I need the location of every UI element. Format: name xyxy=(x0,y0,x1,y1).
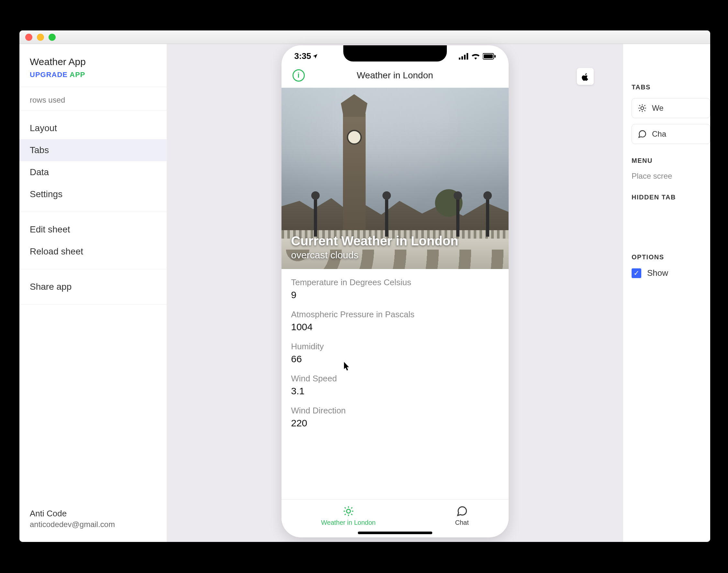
window-minimize-button[interactable] xyxy=(37,34,44,41)
home-indicator[interactable] xyxy=(358,531,432,534)
tab-label: Weather in London xyxy=(321,519,376,526)
tab-label: Chat xyxy=(455,519,468,526)
sidebar-item-layout[interactable]: Layout xyxy=(19,117,167,139)
phone-preview: 3:35 i Weather in London xyxy=(281,45,509,537)
sun-icon xyxy=(343,505,354,517)
apple-icon xyxy=(581,71,590,82)
svg-line-11 xyxy=(351,514,352,515)
chip-chat[interactable]: Cha xyxy=(631,124,710,144)
svg-line-10 xyxy=(345,507,346,508)
sidebar-item-reload-sheet[interactable]: Reload sheet xyxy=(19,241,167,263)
sidebar-item-data[interactable]: Data xyxy=(19,161,167,183)
sun-icon xyxy=(638,104,647,113)
right-panel: TABS We Cha MENU Place scree HIDDEN TAB … xyxy=(623,44,710,542)
checkbox-checked-icon[interactable]: ✓ xyxy=(631,268,641,278)
svg-line-14 xyxy=(345,514,346,515)
wifi-icon xyxy=(471,53,480,60)
window-close-button[interactable] xyxy=(25,34,32,41)
sidebar-item-edit-sheet[interactable]: Edit sheet xyxy=(19,218,167,241)
app-name: Weather App xyxy=(30,56,156,67)
sidebar-item-share-app[interactable]: Share app xyxy=(19,276,167,298)
svg-rect-6 xyxy=(494,55,496,58)
tabs-chip-list: We Cha xyxy=(631,98,710,144)
hidden-tab-heading: HIDDEN TAB xyxy=(631,194,710,201)
window-title-bar xyxy=(19,31,710,44)
user-email: anticodedev@gmail.com xyxy=(30,520,156,529)
platform-ios-button[interactable] xyxy=(577,68,594,85)
field-value: 220 xyxy=(291,418,499,429)
chip-weather[interactable]: We xyxy=(631,98,710,118)
hero-lamp xyxy=(385,198,388,237)
chat-icon xyxy=(456,505,468,517)
phone-header: i Weather in London xyxy=(281,64,509,88)
sidebar-sheet-actions: Edit sheet Reload sheet xyxy=(19,212,167,269)
field-label: Humidity xyxy=(291,342,499,352)
svg-line-24 xyxy=(645,105,645,106)
svg-line-19 xyxy=(639,105,640,106)
tab-weather[interactable]: Weather in London xyxy=(321,505,376,526)
field-label: Temperature in Degrees Celsius xyxy=(291,277,499,288)
rows-used-label: rows used xyxy=(19,87,167,111)
upgrade-text-1: UPGRADE xyxy=(30,70,69,79)
hero-lamp xyxy=(314,198,317,237)
sidebar: Weather App UPGRADE APP rows used Layout… xyxy=(19,44,167,542)
svg-rect-1 xyxy=(461,56,463,60)
svg-line-23 xyxy=(639,110,640,111)
preview-area: 3:35 i Weather in London xyxy=(167,44,623,542)
svg-rect-5 xyxy=(484,54,493,58)
sidebar-header: Weather App UPGRADE APP xyxy=(19,44,167,87)
cellular-icon xyxy=(459,53,468,60)
svg-line-15 xyxy=(351,507,352,508)
hero-title: Current Weather in London xyxy=(291,234,458,248)
page-title: Weather in London xyxy=(356,70,433,81)
option-label: Show xyxy=(647,268,668,278)
app-window: Weather App UPGRADE APP rows used Layout… xyxy=(19,31,710,542)
svg-point-7 xyxy=(346,509,350,513)
svg-line-20 xyxy=(645,110,645,111)
status-time-text: 3:35 xyxy=(294,51,311,61)
status-time: 3:35 xyxy=(294,51,318,61)
battery-icon xyxy=(483,53,496,60)
hero-subtitle: overcast clouds xyxy=(291,250,458,261)
field-humidity: Humidity 66 xyxy=(291,342,499,365)
sidebar-nav: Layout Tabs Data Settings xyxy=(19,111,167,212)
field-value: 9 xyxy=(291,290,499,300)
tabs-heading: TABS xyxy=(631,84,710,91)
option-show[interactable]: ✓ Show xyxy=(631,268,710,278)
svg-rect-0 xyxy=(459,58,460,60)
field-wind-speed: Wind Speed 3.1 xyxy=(291,374,499,397)
field-pressure: Atmospheric Pressure in Pascals 1004 xyxy=(291,310,499,332)
phone-tabs: Weather in London Chat xyxy=(281,499,509,529)
phone-notch xyxy=(343,45,447,61)
chip-label: We xyxy=(652,104,664,113)
sidebar-item-tabs[interactable]: Tabs xyxy=(19,139,167,161)
menu-description: Place scree xyxy=(631,171,710,180)
info-icon[interactable]: i xyxy=(292,69,305,82)
hero-lamp xyxy=(456,198,459,237)
hero-image: Current Weather in London overcast cloud… xyxy=(281,88,509,269)
app-body: Weather App UPGRADE APP rows used Layout… xyxy=(19,44,710,542)
svg-point-16 xyxy=(640,106,643,109)
weather-fields: Temperature in Degrees Celsius 9 Atmosph… xyxy=(281,269,509,441)
field-wind-direction: Wind Direction 220 xyxy=(291,406,499,429)
hero-clock-face xyxy=(347,130,362,145)
location-arrow-icon xyxy=(312,53,318,59)
field-value: 1004 xyxy=(291,321,499,332)
tab-chat[interactable]: Chat xyxy=(455,505,468,526)
options-heading: OPTIONS xyxy=(631,254,710,261)
field-temperature: Temperature in Degrees Celsius 9 xyxy=(291,277,499,300)
field-label: Wind Speed xyxy=(291,374,499,383)
svg-rect-2 xyxy=(464,55,465,60)
sidebar-item-settings[interactable]: Settings xyxy=(19,183,167,205)
sidebar-footer: Anti Code anticodedev@gmail.com xyxy=(19,500,167,542)
user-name: Anti Code xyxy=(30,509,156,519)
field-label: Wind Direction xyxy=(291,406,499,416)
upgrade-link[interactable]: UPGRADE APP xyxy=(30,70,156,79)
hero-tower xyxy=(343,114,366,230)
hero-lamp xyxy=(486,198,489,237)
window-maximize-button[interactable] xyxy=(49,34,56,41)
chat-icon xyxy=(638,129,647,139)
sidebar-share: Share app xyxy=(19,269,167,305)
upgrade-text-2: APP xyxy=(69,70,85,79)
svg-rect-3 xyxy=(466,53,468,60)
